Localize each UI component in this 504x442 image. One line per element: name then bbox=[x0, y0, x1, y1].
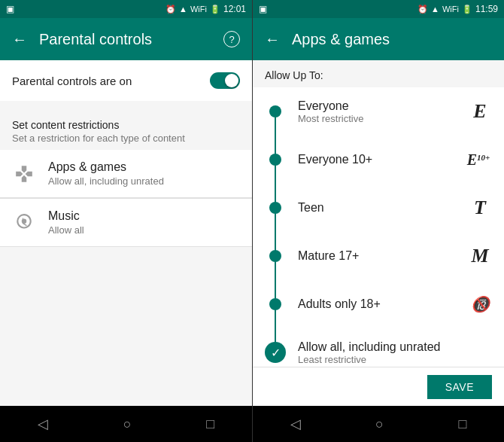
right-title: Apps & games bbox=[292, 31, 492, 48]
right-status-left: ▣ bbox=[259, 4, 267, 14]
left-title: Parental controls bbox=[39, 31, 211, 48]
parental-toggle-switch[interactable] bbox=[210, 72, 240, 89]
rating-mature[interactable]: Mature 17+ M bbox=[253, 232, 504, 280]
rating-unrated-text: Allow all, including unrated Least restr… bbox=[298, 340, 492, 365]
rating-teen-badge: T bbox=[468, 197, 492, 219]
right-back-nav[interactable]: ◁ bbox=[275, 410, 316, 438]
left-recents-nav[interactable]: □ bbox=[191, 410, 229, 438]
left-nav-bar: ◁ ○ □ bbox=[0, 406, 252, 442]
music-text: Music Allow all bbox=[48, 209, 240, 236]
apps-games-title: Apps & games bbox=[48, 160, 240, 174]
right-app-bar: ← Apps & games bbox=[253, 18, 504, 60]
rating-everyone10-badge: E10+ bbox=[465, 151, 492, 169]
rating-everyone10-text: Everyone 10+ bbox=[298, 153, 465, 166]
right-signal-icon: ▲ bbox=[431, 5, 439, 14]
rating-everyone-title: Everyone bbox=[298, 99, 468, 113]
rating-everyone-subtitle: Most restrictive bbox=[298, 113, 468, 124]
apps-games-icon bbox=[12, 162, 36, 186]
save-bar: SAVE bbox=[253, 367, 504, 406]
rating-everyone10[interactable]: Everyone 10+ E10+ bbox=[253, 136, 504, 184]
rating-everyone[interactable]: Everyone Most restrictive E bbox=[253, 87, 504, 136]
right-nav-bar: ◁ ○ □ bbox=[253, 406, 504, 442]
music-icon bbox=[12, 211, 36, 235]
dot-mature bbox=[265, 250, 286, 262]
rating-adults-title: Adults only 18+ bbox=[298, 297, 468, 311]
rating-everyone10-title: Everyone 10+ bbox=[298, 153, 465, 166]
rating-mature-badge: M bbox=[468, 245, 492, 267]
dot-unrated: ✓ bbox=[265, 342, 286, 363]
left-screen: ▣ ⏰ ▲ WiFi 🔋 12:01 ← Parental controls ?… bbox=[0, 0, 252, 442]
apps-games-text: Apps & games Allow all, including unrate… bbox=[48, 160, 240, 187]
left-help-button[interactable]: ? bbox=[223, 31, 240, 47]
left-home-nav[interactable]: ○ bbox=[108, 410, 147, 438]
left-app-bar: ← Parental controls ? bbox=[0, 18, 252, 60]
right-status-right: ⏰ ▲ WiFi 🔋 11:59 bbox=[417, 4, 498, 14]
left-back-button[interactable]: ← bbox=[12, 31, 27, 48]
right-time: 11:59 bbox=[475, 4, 498, 14]
apps-games-item[interactable]: Apps & games Allow all, including unrate… bbox=[0, 150, 252, 198]
wifi-icon: WiFi bbox=[190, 5, 207, 14]
notification-icon: ▣ bbox=[6, 4, 14, 14]
dot-mature-circle bbox=[269, 250, 281, 262]
dot-teen bbox=[265, 202, 286, 214]
right-alarm-icon: ⏰ bbox=[417, 5, 428, 14]
dot-adults bbox=[265, 298, 286, 310]
status-left: ▣ bbox=[6, 4, 14, 14]
rating-unrated-subtitle: Least restrictive bbox=[298, 354, 492, 365]
left-back-nav[interactable]: ◁ bbox=[23, 410, 63, 438]
music-subtitle: Allow all bbox=[48, 224, 240, 236]
svg-point-0 bbox=[22, 218, 27, 224]
dot-teen-circle bbox=[269, 202, 281, 214]
rating-everyone-badge: E bbox=[468, 100, 492, 123]
content-restrictions-section: Set content restrictions Set a restricti… bbox=[0, 107, 252, 150]
right-back-button[interactable]: ← bbox=[265, 31, 280, 48]
right-screen: ▣ ⏰ ▲ WiFi 🔋 11:59 ← Apps & games Allow … bbox=[252, 0, 504, 442]
right-status-bar: ▣ ⏰ ▲ WiFi 🔋 11:59 bbox=[253, 0, 504, 18]
dot-adults-circle bbox=[269, 298, 281, 310]
section-title: Set content restrictions bbox=[12, 119, 240, 131]
signal-icon: ▲ bbox=[179, 5, 187, 14]
save-button[interactable]: SAVE bbox=[427, 375, 492, 399]
right-recents-nav[interactable]: □ bbox=[443, 410, 481, 438]
rating-everyone-text: Everyone Most restrictive bbox=[298, 99, 468, 124]
rating-teen-text: Teen bbox=[298, 201, 468, 215]
rating-teen[interactable]: Teen T bbox=[253, 184, 504, 232]
rating-adults[interactable]: Adults only 18+ 🔞 bbox=[253, 280, 504, 328]
dot-everyone10-circle bbox=[269, 154, 281, 166]
rating-unrated[interactable]: ✓ Allow all, including unrated Least res… bbox=[253, 328, 504, 367]
alarm-icon: ⏰ bbox=[165, 5, 176, 14]
left-status-bar: ▣ ⏰ ▲ WiFi 🔋 12:01 bbox=[0, 0, 252, 18]
battery-icon: 🔋 bbox=[210, 5, 220, 14]
dot-everyone bbox=[265, 105, 286, 117]
music-item[interactable]: Music Allow all bbox=[0, 199, 252, 247]
music-title: Music bbox=[48, 209, 240, 223]
rating-mature-title: Mature 17+ bbox=[298, 249, 468, 263]
left-content: Parental controls are on Set content res… bbox=[0, 60, 252, 406]
rating-unrated-title: Allow all, including unrated bbox=[298, 340, 492, 354]
left-time: 12:01 bbox=[223, 4, 246, 14]
rating-mature-text: Mature 17+ bbox=[298, 249, 468, 263]
dot-everyone10 bbox=[265, 154, 286, 166]
rating-teen-title: Teen bbox=[298, 201, 468, 215]
right-battery-icon: 🔋 bbox=[462, 5, 472, 14]
dot-everyone-circle bbox=[269, 105, 281, 117]
apps-games-subtitle: Allow all, including unrated bbox=[48, 175, 240, 187]
right-wifi-icon: WiFi bbox=[442, 5, 459, 14]
allow-label: Allow Up To: bbox=[253, 60, 504, 87]
parental-toggle-label: Parental controls are on bbox=[12, 75, 132, 87]
section-subtitle: Set a restriction for each type of conte… bbox=[12, 133, 240, 144]
parental-toggle-row[interactable]: Parental controls are on bbox=[0, 60, 252, 101]
rating-adults-badge: 🔞 bbox=[468, 295, 492, 313]
rating-list: Everyone Most restrictive E Everyone 10+… bbox=[253, 87, 504, 367]
status-right: ⏰ ▲ WiFi 🔋 12:01 bbox=[165, 4, 246, 14]
rating-adults-text: Adults only 18+ bbox=[298, 297, 468, 311]
right-notification-icon: ▣ bbox=[259, 4, 267, 14]
dot-unrated-circle: ✓ bbox=[265, 342, 286, 363]
right-home-nav[interactable]: ○ bbox=[360, 410, 399, 438]
